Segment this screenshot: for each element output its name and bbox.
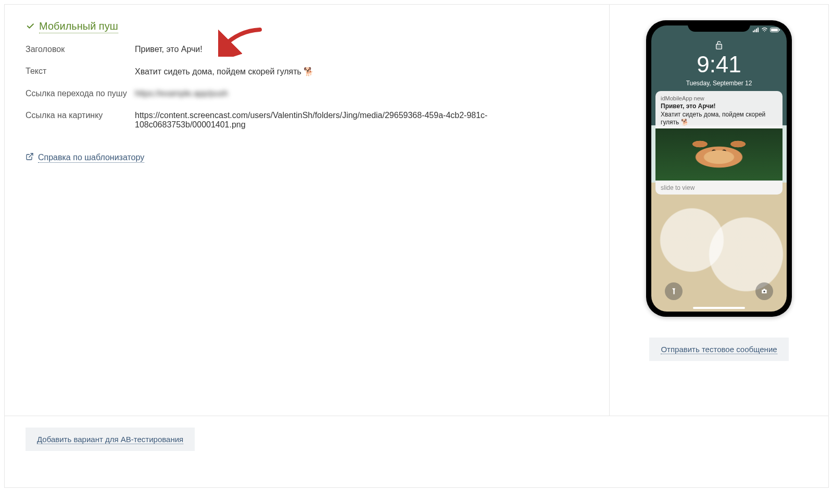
field-value-text: Хватит сидеть дома, пойдем скорей гулять… [135,67,588,76]
svg-rect-3 [756,29,757,32]
status-bar [753,28,780,32]
battery-icon [770,28,780,32]
footer: Добавить вариант для AB-тестирования [5,416,828,462]
svg-rect-2 [754,30,755,32]
field-label-title: Заголовок [26,45,135,54]
notif-image [655,128,782,180]
section-header: Мобильный пуш [26,20,588,33]
svg-rect-8 [779,29,780,31]
signal-icon [753,28,759,32]
field-label-image: Ссылка на картинку [26,111,135,120]
add-ab-variant-button[interactable]: Добавить вариант для AB-тестирования [26,428,195,451]
push-notification[interactable]: idMobileApp new Привет, это Арчи! Хватит… [655,91,782,195]
preview-panel: 9:41 Tuesday, September 12 idMobileApp n… [610,5,828,416]
field-label-text: Текст [26,67,135,76]
home-indicator [693,307,745,309]
svg-rect-9 [716,44,722,49]
svg-rect-1 [753,31,754,32]
svg-rect-7 [771,29,778,31]
field-value-link: https://example.app/push [135,89,588,98]
templating-help-link[interactable]: Справка по шаблонизатору [38,153,144,163]
camera-icon[interactable] [755,282,773,300]
svg-line-0 [29,153,33,157]
phone-screen: 9:41 Tuesday, September 12 idMobileApp n… [651,25,787,312]
svg-point-10 [763,291,765,293]
lockscreen-date: Tuesday, September 12 [651,80,787,87]
notif-title: Привет, это Арчи! [661,102,777,110]
external-link-icon [26,152,34,163]
lock-icon [715,40,723,53]
check-icon [26,21,35,33]
push-settings-panel: Мобильный пуш Заголовок Привет, это Арчи… [5,5,610,416]
notif-app-name: idMobileApp new [661,95,777,101]
flashlight-icon[interactable] [665,282,683,300]
notif-slide-hint: slide to view [655,180,782,195]
notif-text: Хватит сидеть дома, пойдем скорей гулять… [661,111,777,126]
send-test-button[interactable]: Отправить тестовое сообщение [649,338,788,361]
svg-point-5 [764,31,765,32]
field-value-image: https://content.screencast.com/users/Val… [135,111,588,130]
field-label-link: Ссылка перехода по пушу [26,89,135,98]
phone-mockup: 9:41 Tuesday, September 12 idMobileApp n… [646,20,792,317]
svg-rect-4 [758,28,759,32]
section-title[interactable]: Мобильный пуш [39,20,118,33]
lockscreen-time: 9:41 [651,51,787,77]
wifi-icon [761,28,768,32]
phone-notch [688,20,750,32]
field-value-title: Привет, это Арчи! [135,45,588,54]
